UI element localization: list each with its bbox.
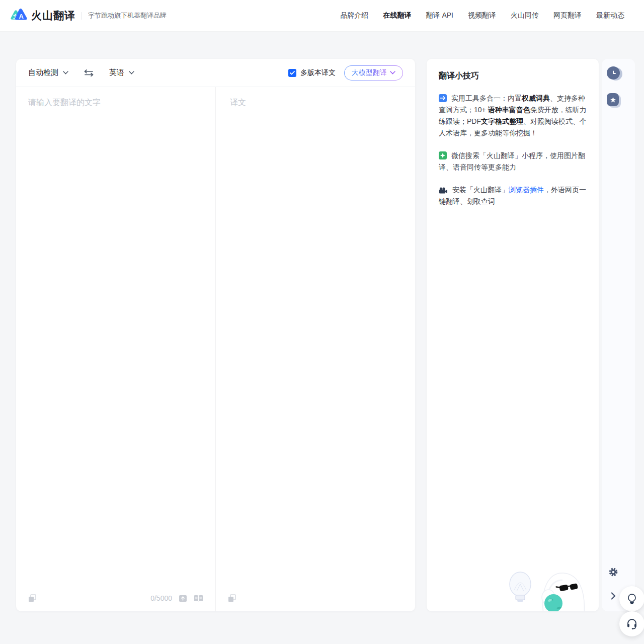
check-icon <box>290 71 295 75</box>
nav-item-video-translate[interactable]: 视频翻译 <box>468 11 496 20</box>
glossary-book-button[interactable] <box>194 595 203 602</box>
side-rail <box>602 59 635 611</box>
collapse-panel-button[interactable] <box>607 589 620 602</box>
chevron-right-icon <box>611 592 616 600</box>
top-navbar: 文 A 火山翻译 字节跳动旗下机器翻译品牌 品牌介绍 在线翻译 翻译 API 视… <box>0 0 644 32</box>
char-counter: 0/5000 <box>150 594 172 602</box>
translate-body: 0/5000 <box>16 87 415 611</box>
source-language-label: 自动检测 <box>28 68 58 77</box>
nav-item-brand-intro[interactable]: 品牌介绍 <box>341 11 369 20</box>
upload-document-icon <box>179 594 187 603</box>
lightbulb-icon <box>626 593 638 605</box>
copy-target-button[interactable] <box>228 594 236 603</box>
chevron-down-icon <box>129 71 134 74</box>
tip-item-tools: 实用工具多合一：内置权威词典、支持多种查词方式；10+ 语种丰富音色免费开放，练… <box>439 93 587 139</box>
chevron-down-icon <box>63 71 68 74</box>
tip-text-bold: 权威词典 <box>522 94 550 102</box>
source-column: 0/5000 <box>16 87 215 611</box>
source-footer-right: 0/5000 <box>150 594 203 603</box>
browser-extension-link[interactable]: 浏览器插件 <box>509 186 544 194</box>
upload-document-button[interactable] <box>179 594 187 603</box>
settings-gear-icon <box>608 567 618 577</box>
copy-icon <box>228 594 236 603</box>
mascot-illustration <box>500 560 590 611</box>
target-language-label: 英语 <box>109 68 124 77</box>
brand-name: 火山翻译 <box>31 9 75 23</box>
history-clock-icon <box>610 70 617 76</box>
target-footer <box>228 589 403 607</box>
blob-mascot <box>542 573 584 611</box>
settings-button[interactable] <box>607 566 620 579</box>
brand-logo[interactable]: 文 A 火山翻译 字节跳动旗下机器翻译品牌 <box>8 7 167 24</box>
main-nav: 品牌介绍 在线翻译 翻译 API 视频翻译 火山同传 网页翻译 最新动态 <box>341 11 624 20</box>
history-button[interactable] <box>607 66 620 79</box>
favorites-button[interactable] <box>607 93 619 106</box>
copy-source-button[interactable] <box>28 594 37 603</box>
translate-toolbar: 自动检测 英语 多版本译文 大模型翻译 <box>16 59 415 87</box>
tip-text: 微信搜索「火山翻译」小程序，使用图片翻译、语音同传等更多能力 <box>439 151 585 171</box>
llm-translate-button[interactable]: 大模型翻译 <box>344 65 403 80</box>
nav-item-simultaneous[interactable]: 火山同传 <box>511 11 539 20</box>
llm-translate-label: 大模型翻译 <box>352 68 387 77</box>
support-headset-button[interactable] <box>619 611 644 636</box>
source-language-select[interactable]: 自动检测 <box>28 68 68 77</box>
translate-panel: 自动检测 英语 多版本译文 大模型翻译 <box>16 59 415 611</box>
multi-version-checkbox[interactable] <box>288 69 296 77</box>
tip-text-bold: 语种丰富音色 <box>488 106 530 114</box>
swap-languages-button[interactable] <box>84 69 94 76</box>
chevron-down-icon <box>390 71 395 74</box>
sparkle-badge-icon <box>439 151 447 159</box>
tips-title: 翻译小技巧 <box>439 71 587 82</box>
tip-text-bold: 文字格式整理 <box>481 117 523 125</box>
multi-version-label: 多版本译文 <box>300 68 336 77</box>
tip-item-extension: 安装「火山翻译」浏览器插件，外语网页一键翻译、划取查词 <box>439 184 587 207</box>
brand-tagline: 字节跳动旗下机器翻译品牌 <box>88 11 167 20</box>
toolbar-right-group: 多版本译文 大模型翻译 <box>288 65 403 80</box>
favorites-star-icon <box>610 97 616 103</box>
nav-item-news[interactable]: 最新动态 <box>596 11 624 20</box>
glossary-book-icon <box>194 595 203 602</box>
target-text-placeholder: 译文 <box>230 98 401 589</box>
camera-icon <box>439 187 448 194</box>
source-footer: 0/5000 <box>28 589 203 607</box>
tips-panel: 翻译小技巧 实用工具多合一：内置权威词典、支持多种查词方式；10+ 语种丰富音色… <box>427 59 599 611</box>
target-column: 译文 <box>216 87 415 611</box>
copy-icon <box>28 594 37 603</box>
tip-item-miniprogram: 微信搜索「火山翻译」小程序，使用图片翻译、语音同传等更多能力 <box>439 150 587 173</box>
nav-item-web-translate[interactable]: 网页翻译 <box>553 11 582 20</box>
main-content: 自动检测 英语 多版本译文 大模型翻译 <box>16 59 635 611</box>
volcano-translate-logo-icon: 文 A <box>8 7 28 24</box>
logo-divider <box>82 12 82 20</box>
target-language-select[interactable]: 英语 <box>109 68 134 77</box>
tips-toggle-button[interactable] <box>619 586 644 611</box>
tip-text: 实用工具多合一：内置 <box>451 94 522 102</box>
svg-text:A: A <box>19 13 24 20</box>
headset-icon <box>626 618 638 630</box>
source-text-input[interactable] <box>28 98 203 589</box>
swap-arrows-icon <box>84 69 94 76</box>
sketch-lightbulb-icon <box>510 572 531 602</box>
arrow-right-badge-icon <box>439 94 447 102</box>
tip-text: 安装「火山翻译」 <box>452 186 509 194</box>
nav-item-online-translate[interactable]: 在线翻译 <box>383 11 412 20</box>
nav-item-translate-api[interactable]: 翻译 API <box>426 11 453 20</box>
